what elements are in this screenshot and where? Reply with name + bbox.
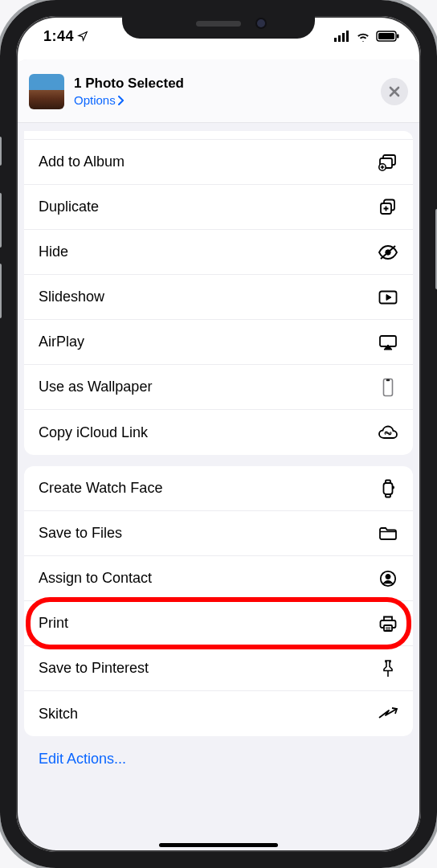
contact-icon <box>378 570 398 588</box>
action-label: Use as Wallpaper <box>39 379 378 395</box>
airplay-icon <box>378 334 398 350</box>
pin-icon <box>378 659 398 678</box>
action-hide[interactable]: Hide <box>24 230 413 275</box>
options-label: Options <box>74 93 116 107</box>
album-add-icon <box>378 154 398 171</box>
printer-icon <box>378 615 398 633</box>
status-time: 1:44 <box>43 28 88 45</box>
action-airplay[interactable]: AirPlay <box>24 320 413 365</box>
share-sheet-header: 1 Photo Selected Options <box>16 59 421 123</box>
svg-rect-15 <box>384 379 393 395</box>
action-duplicate[interactable]: Duplicate <box>24 185 413 230</box>
action-label: Hide <box>39 244 378 260</box>
svg-rect-0 <box>334 38 337 42</box>
svg-point-20 <box>386 574 390 579</box>
action-label: Duplicate <box>39 199 378 215</box>
action-save-to-files[interactable]: Save to Files <box>24 511 413 556</box>
svg-rect-17 <box>384 483 393 494</box>
hide-icon <box>378 244 398 260</box>
action-label: Add to Album <box>39 154 378 170</box>
action-label: Slideshow <box>39 289 378 305</box>
action-add-to-album[interactable]: Add to Album <box>24 140 413 185</box>
action-print[interactable]: Print <box>24 601 413 646</box>
wallpaper-icon <box>378 378 398 397</box>
action-label: Assign to Contact <box>39 570 378 587</box>
home-indicator[interactable] <box>159 843 278 847</box>
action-group: Create Watch Face Save to Files <box>24 466 413 736</box>
action-copy-icloud-link[interactable]: Copy iCloud Link <box>24 410 413 455</box>
close-button[interactable] <box>381 78 408 105</box>
edit-actions-label: Edit Actions... <box>39 751 126 767</box>
phone-device: 1:44 <box>0 0 437 868</box>
front-camera <box>257 19 265 27</box>
svg-rect-16 <box>386 379 390 380</box>
action-label: AirPlay <box>39 334 378 350</box>
action-label: Save to Pinterest <box>39 660 378 677</box>
action-label: Skitch <box>39 706 378 723</box>
battery-icon <box>376 31 400 42</box>
volume-down-button <box>0 264 2 318</box>
status-time-text: 1:44 <box>43 28 74 45</box>
action-group: Add to Album Duplicate H <box>24 131 413 455</box>
mute-switch <box>0 137 2 166</box>
edit-actions-link[interactable]: Edit Actions... <box>24 736 413 787</box>
svg-rect-3 <box>346 31 349 42</box>
close-icon <box>389 86 400 97</box>
folder-icon <box>378 526 398 541</box>
share-title: 1 Photo Selected <box>74 76 184 92</box>
icloud-link-icon <box>378 425 398 440</box>
screen: 1:44 <box>16 16 421 852</box>
action-save-to-pinterest[interactable]: Save to Pinterest <box>24 646 413 691</box>
action-skitch[interactable]: Skitch <box>24 691 413 736</box>
duplicate-icon <box>378 199 398 216</box>
volume-up-button <box>0 193 2 248</box>
skitch-icon <box>378 706 398 721</box>
svg-rect-18 <box>393 486 394 489</box>
action-create-watch-face[interactable]: Create Watch Face <box>24 466 413 511</box>
action-use-as-wallpaper[interactable]: Use as Wallpaper <box>24 365 413 410</box>
play-rect-icon <box>378 290 398 305</box>
cellular-icon <box>334 31 350 42</box>
speaker <box>196 21 241 27</box>
action-label: Save to Files <box>39 525 378 542</box>
svg-rect-2 <box>342 33 345 42</box>
action-label: Print <box>39 615 378 632</box>
svg-rect-6 <box>397 35 399 39</box>
action-label: Copy iCloud Link <box>39 424 378 441</box>
share-sheet: 1 Photo Selected Options Add <box>16 59 421 852</box>
watch-icon <box>378 479 398 498</box>
options-link[interactable]: Options <box>74 93 124 107</box>
svg-rect-5 <box>378 33 394 39</box>
location-icon <box>77 31 88 42</box>
photo-thumbnail <box>29 74 64 109</box>
actions-scroll[interactable]: Add to Album Duplicate H <box>16 123 421 852</box>
notch <box>122 8 315 39</box>
wifi-icon <box>355 31 371 42</box>
action-slideshow[interactable]: Slideshow <box>24 275 413 320</box>
chevron-right-icon <box>117 96 124 105</box>
action-label: Create Watch Face <box>39 480 378 497</box>
action-assign-to-contact[interactable]: Assign to Contact <box>24 556 413 601</box>
svg-rect-1 <box>338 35 341 42</box>
